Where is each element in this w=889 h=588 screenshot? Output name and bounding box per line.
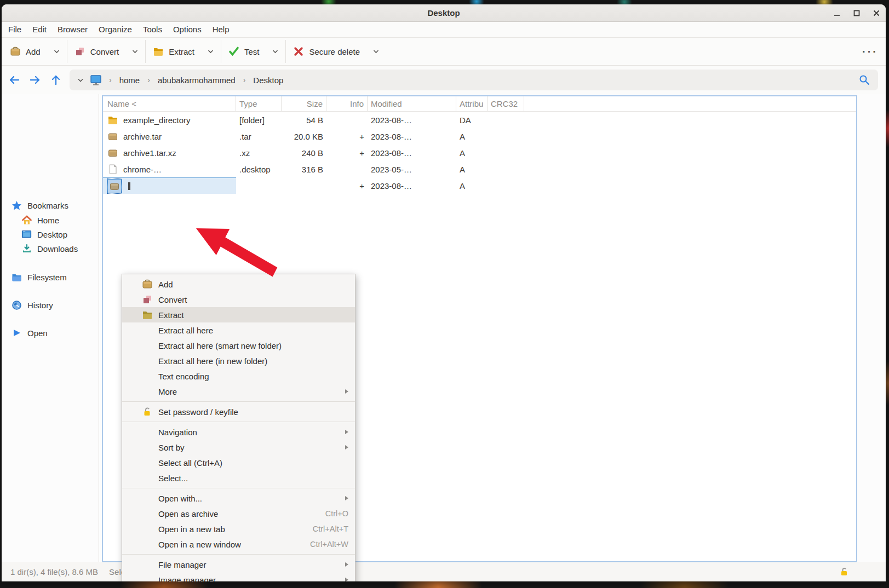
crumb-home[interactable]: home — [116, 76, 144, 85]
menu-item-sort-by[interactable]: Sort by — [122, 440, 355, 455]
back-button[interactable] — [7, 73, 21, 87]
menu-separator — [122, 488, 355, 488]
menu-edit[interactable]: Edit — [27, 22, 52, 37]
menu-item-open-as-archive[interactable]: Open as archive Ctrl+O — [122, 506, 355, 521]
column-header-type[interactable]: Type — [236, 96, 282, 111]
test-button[interactable]: Test — [228, 46, 260, 57]
secure-delete-icon — [293, 46, 304, 57]
secure-delete-label: Secure delete — [309, 47, 360, 56]
archive-add-icon — [142, 279, 153, 290]
test-check-icon — [228, 46, 239, 57]
sidebar-item-bookmarks[interactable]: Bookmarks — [2, 198, 68, 212]
sidebar-label: Open — [27, 328, 48, 338]
secure-delete-button[interactable]: Secure delete — [293, 46, 360, 57]
file-name-fragment — [128, 182, 130, 190]
convert-label: Convert — [90, 47, 119, 56]
clock-icon — [12, 300, 22, 310]
menu-item-select-all[interactable]: Select all (Ctrl+A) — [122, 455, 355, 470]
play-icon — [12, 328, 22, 338]
path-dropdown[interactable] — [77, 78, 84, 83]
minimize-button[interactable] — [831, 7, 843, 19]
menu-item-extract-all-here-smart[interactable]: Extract all here (smart new folder) — [122, 338, 355, 353]
sidebar-item-history[interactable]: History — [2, 298, 53, 312]
menu-item-open-with[interactable]: Open with... — [122, 491, 355, 506]
add-dropdown[interactable] — [54, 49, 60, 54]
menu-item-convert[interactable]: Convert — [122, 292, 355, 307]
menu-item-add[interactable]: Add — [122, 276, 355, 292]
menu-organize[interactable]: Organize — [93, 22, 137, 37]
sidebar-item-open[interactable]: Open — [2, 326, 48, 340]
toolbar: Add Convert Extract Test — [2, 38, 886, 66]
test-dropdown[interactable] — [272, 49, 278, 54]
menu-options[interactable]: Options — [168, 22, 207, 37]
sidebar-item-filesystem[interactable]: Filesystem — [2, 270, 67, 284]
crumb-desktop[interactable]: Desktop — [250, 76, 286, 85]
menu-tools[interactable]: Tools — [137, 22, 168, 37]
column-header-name[interactable]: Name < — [103, 96, 236, 111]
menu-item-set-password[interactable]: Set password / keyfile — [122, 404, 355, 419]
extract-dropdown[interactable] — [208, 49, 214, 54]
sidebar-item-desktop[interactable]: Desktop — [2, 227, 67, 241]
column-header-modified[interactable]: Modified — [368, 96, 456, 111]
file-type: .desktop — [236, 165, 282, 174]
menu-item-image-manager[interactable]: Image manager — [122, 572, 355, 581]
forward-button[interactable] — [28, 73, 42, 87]
convert-dropdown[interactable] — [132, 49, 138, 54]
sidebar-item-downloads[interactable]: Downloads — [2, 241, 78, 256]
file-attributes: A — [456, 148, 487, 158]
sidebar-label: Downloads — [37, 244, 78, 253]
column-header-info[interactable]: Info — [326, 96, 368, 111]
menu-item-extract-all-here[interactable]: Extract all here — [122, 322, 355, 338]
file-modified: 2023-08-… — [368, 181, 456, 191]
secure-delete-dropdown[interactable] — [373, 49, 379, 54]
selected-file-highlight — [107, 179, 122, 193]
menu-item-open-in-new-window[interactable]: Open in a new window Ctrl+Alt+W — [122, 537, 355, 552]
menu-item-more[interactable]: More — [122, 384, 355, 399]
file-row-chrome-desktop[interactable]: chrome-… .desktop 316 B 2023-05-… A — [103, 161, 856, 177]
menu-item-open-in-new-tab[interactable]: Open in a new tab Ctrl+Alt+T — [122, 521, 355, 537]
sidebar-label: Bookmarks — [27, 201, 68, 210]
arrow-left-icon — [8, 74, 20, 85]
maximize-button[interactable] — [851, 7, 863, 19]
file-info: + — [326, 148, 368, 158]
convert-button[interactable]: Convert — [74, 46, 119, 57]
menu-item-text-encoding[interactable]: Text encoding — [122, 368, 355, 384]
menu-separator — [122, 554, 355, 555]
column-header-crc32[interactable]: CRC32 — [487, 96, 524, 111]
maximize-icon — [853, 9, 861, 17]
download-icon — [21, 244, 32, 254]
file-row-example-directory[interactable]: example_directory [folder] 54 B 2023-08-… — [103, 112, 856, 128]
menu-file[interactable]: File — [3, 22, 27, 37]
column-header-size[interactable]: Size — [282, 96, 326, 111]
column-header-attributes[interactable]: Attribu — [456, 96, 487, 111]
computer-icon[interactable] — [89, 74, 102, 86]
overflow-menu-icon[interactable]: ··· — [862, 45, 878, 58]
file-row-archive-tar[interactable]: archive.tar .tar 20.0 KB + 2023-08-… A — [103, 128, 856, 145]
menu-item-navigation[interactable]: Navigation — [122, 424, 355, 440]
up-button[interactable] — [49, 73, 63, 87]
menu-browser[interactable]: Browser — [52, 22, 93, 37]
extract-button[interactable]: Extract — [153, 46, 194, 57]
menu-item-select[interactable]: Select... — [122, 470, 355, 486]
add-button[interactable]: Add — [10, 46, 41, 57]
file-row-selected[interactable]: + 2023-08-… A — [103, 177, 856, 194]
menu-item-file-manager[interactable]: File manager — [122, 557, 355, 572]
sidebar-item-home[interactable]: Home — [2, 213, 59, 227]
chevron-down-icon — [77, 78, 84, 83]
chevron-down-icon — [132, 49, 138, 54]
close-button[interactable] — [870, 7, 882, 19]
menu-help[interactable]: Help — [207, 22, 235, 37]
file-size: 20.0 KB — [282, 132, 326, 141]
crumb-user[interactable]: abubakarmohammed — [154, 76, 239, 85]
file-attributes: DA — [456, 116, 487, 125]
menu-item-extract[interactable]: Extract — [122, 307, 355, 322]
lock-icon — [142, 406, 153, 417]
search-button[interactable] — [858, 74, 870, 86]
chevron-down-icon — [373, 49, 379, 54]
folder-icon — [12, 272, 22, 283]
menu-item-extract-all-here-new-folder[interactable]: Extract all here (in new folder) — [122, 353, 355, 368]
breadcrumb: › home › abubakarmohammed › Desktop — [70, 70, 878, 90]
app-window: Desktop File Edit Browser Organize Tools… — [2, 4, 886, 581]
submenu-arrow-icon — [345, 389, 348, 394]
file-row-archive1-tar-xz[interactable]: archive1.tar.xz .xz 240 B + 2023-08-… A — [103, 145, 856, 161]
